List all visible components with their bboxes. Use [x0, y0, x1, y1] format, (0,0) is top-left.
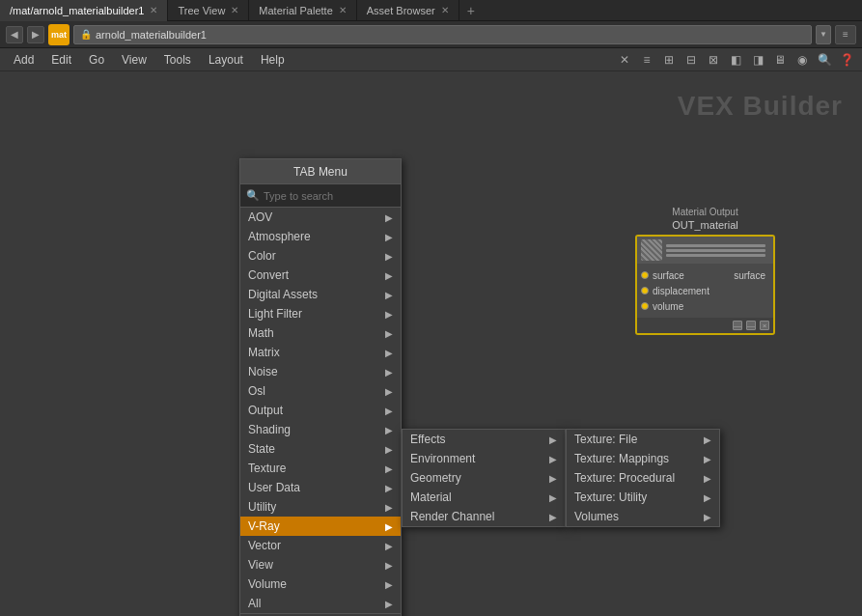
tab-menu-header: TAB Menu	[240, 159, 401, 184]
node-footer-btn3[interactable]: ×	[760, 321, 769, 330]
menu-bar: Add Edit Go View Tools Layout Help ✕ ≡ ⊞…	[0, 48, 862, 71]
arrow-right-icon: ▶	[385, 560, 393, 571]
arrow-right-icon: ▶	[385, 599, 393, 609]
node-header-icon	[641, 239, 662, 261]
submenu-effects[interactable]: Effects ▶	[403, 430, 565, 449]
menu-item-math[interactable]: Math ▶	[240, 323, 401, 343]
port-dot-surface	[641, 271, 649, 279]
toolbar-split-icon[interactable]: ◧	[726, 50, 745, 70]
node-port-displacement: displacement	[637, 283, 773, 298]
menu-add[interactable]: Add	[6, 51, 42, 69]
tab-close-icon[interactable]: ✕	[150, 5, 157, 15]
menu-view[interactable]: View	[114, 51, 154, 69]
submenu-texture-mappings[interactable]: Texture: Mappings ▶	[567, 449, 719, 468]
toolbar-list-icon[interactable]: ≡	[637, 50, 656, 70]
toolbar-grid-icon[interactable]: ⊞	[659, 50, 679, 70]
arrow-right-icon: ▶	[385, 483, 393, 493]
nav-forward-button[interactable]: ▶	[27, 26, 44, 43]
toolbar-grid3-icon[interactable]: ⊠	[704, 50, 723, 70]
arrow-right-icon: ▶	[385, 232, 393, 242]
menu-item-atmosphere[interactable]: Atmosphere ▶	[240, 227, 401, 246]
submenu-material[interactable]: Material ▶	[403, 488, 565, 507]
vex-builder-label: VEX Builder	[678, 91, 843, 122]
nav-back-button[interactable]: ◀	[6, 26, 23, 43]
submenu-geometry[interactable]: Geometry ▶	[403, 468, 565, 488]
menu-item-vector[interactable]: Vector ▶	[240, 536, 401, 555]
menu-item-convert[interactable]: Convert ▶	[240, 266, 401, 285]
menu-help[interactable]: Help	[253, 51, 292, 69]
arrow-right-icon: ▶	[549, 454, 557, 464]
submenu-volumes[interactable]: Volumes ▶	[567, 507, 719, 526]
toolbar-cut-icon[interactable]: ✕	[615, 50, 634, 70]
arrow-right-icon: ▶	[385, 406, 393, 416]
tab-menu-search: 🔍 Type to search	[240, 184, 401, 208]
nav-dropdown-button[interactable]: ▼	[816, 25, 831, 44]
nav-path[interactable]: 🔒 arnold_materialbuilder1	[73, 25, 812, 44]
menu-item-output[interactable]: Output ▶	[240, 401, 401, 420]
menu-toolbar-icons: ✕ ≡ ⊞ ⊟ ⊠ ◧ ◨ 🖥 ◉ 🔍 ❓	[615, 50, 856, 70]
tab-arnold-materialbuilder[interactable]: /mat/arnold_materialbuilder1 ✕	[0, 0, 168, 21]
submenu-texture-procedural[interactable]: Texture: Procedural ▶	[567, 468, 719, 488]
menu-item-noise[interactable]: Noise ▶	[240, 362, 401, 381]
arrow-right-icon: ▶	[385, 251, 393, 262]
vray-texture-submenu: Texture: File ▶ Texture: Mappings ▶ Text…	[566, 429, 720, 527]
port-dot-volume	[641, 302, 649, 310]
submenu-texture-utility[interactable]: Texture: Utility ▶	[567, 488, 719, 507]
menu-item-osl[interactable]: Osl ▶	[240, 381, 401, 401]
arrow-right-icon: ▶	[385, 348, 393, 358]
toolbar-search-icon[interactable]: 🔍	[815, 50, 834, 70]
menu-layout[interactable]: Layout	[201, 51, 251, 69]
node-box[interactable]: surface surface displacement volume — — …	[635, 235, 775, 335]
menu-item-color[interactable]: Color ▶	[240, 246, 401, 266]
node-title: Material Output	[635, 207, 775, 217]
submenu-environment[interactable]: Environment ▶	[403, 449, 565, 468]
toolbar-monitor-icon[interactable]: 🖥	[770, 50, 790, 70]
nav-node-icon: mat	[48, 24, 70, 45]
menu-item-aov[interactable]: AOV ▶	[240, 208, 401, 227]
menu-tools[interactable]: Tools	[156, 51, 199, 69]
submenu-render-channel[interactable]: Render Channel ▶	[403, 507, 565, 526]
tab-close-icon[interactable]: ✕	[339, 5, 347, 15]
toolbar-grid2-icon[interactable]: ⊟	[681, 50, 701, 70]
tab-close-icon[interactable]: ✕	[441, 5, 449, 15]
menu-item-shading[interactable]: Shading ▶	[240, 420, 401, 439]
menu-item-vray[interactable]: V-Ray ▶	[240, 517, 401, 536]
menu-item-matrix[interactable]: Matrix ▶	[240, 343, 401, 362]
tab-tree-view[interactable]: Tree View ✕	[168, 0, 249, 21]
node-port-surface: surface surface	[637, 267, 773, 283]
node-footer: — — ×	[637, 318, 773, 333]
material-output-node: Material Output OUT_material surface sur…	[635, 207, 775, 335]
main-area: VEX Builder Material Output OUT_material…	[0, 71, 862, 616]
menu-go[interactable]: Go	[81, 51, 112, 69]
tab-add-button[interactable]: +	[459, 3, 483, 18]
tab-material-palette[interactable]: Material Palette ✕	[249, 0, 356, 21]
submenu-texture-file[interactable]: Texture: File ▶	[567, 430, 719, 449]
menu-item-digital-assets[interactable]: Digital Assets ▶	[240, 285, 401, 304]
menu-item-user-data[interactable]: User Data ▶	[240, 478, 401, 497]
node-header	[637, 237, 773, 264]
arrow-right-icon: ▶	[549, 512, 557, 522]
toolbar-circle-icon[interactable]: ◉	[792, 50, 812, 70]
menu-item-light-filter[interactable]: Light Filter ▶	[240, 304, 401, 323]
menu-edit[interactable]: Edit	[43, 51, 79, 69]
node-footer-btn2[interactable]: —	[746, 321, 756, 330]
arrow-right-icon: ▶	[549, 473, 557, 484]
tab-menu-list: AOV ▶ Atmosphere ▶ Color ▶ Convert ▶ Dig…	[240, 208, 401, 613]
node-name: OUT_material	[635, 219, 775, 231]
node-footer-btn1[interactable]: —	[733, 321, 742, 330]
menu-item-state[interactable]: State ▶	[240, 439, 401, 459]
menu-item-view[interactable]: View ▶	[240, 555, 401, 574]
nav-menu-button[interactable]: ≡	[835, 25, 856, 44]
arrow-right-icon: ▶	[385, 425, 393, 435]
menu-item-texture[interactable]: Texture ▶	[240, 459, 401, 478]
menu-item-all[interactable]: All ▶	[240, 594, 401, 613]
port-dot-displacement	[641, 287, 649, 294]
tab-asset-browser[interactable]: Asset Browser ✕	[357, 0, 459, 21]
tab-close-icon[interactable]: ✕	[231, 5, 238, 15]
vray-submenu: Effects ▶ Environment ▶ Geometry ▶ Mater…	[402, 429, 566, 527]
toolbar-help-icon[interactable]: ❓	[837, 50, 856, 70]
toolbar-split2-icon[interactable]: ◨	[748, 50, 767, 70]
menu-item-volume[interactable]: Volume ▶	[240, 574, 401, 594]
node-port-volume: volume	[637, 298, 773, 314]
menu-item-utility[interactable]: Utility ▶	[240, 497, 401, 517]
